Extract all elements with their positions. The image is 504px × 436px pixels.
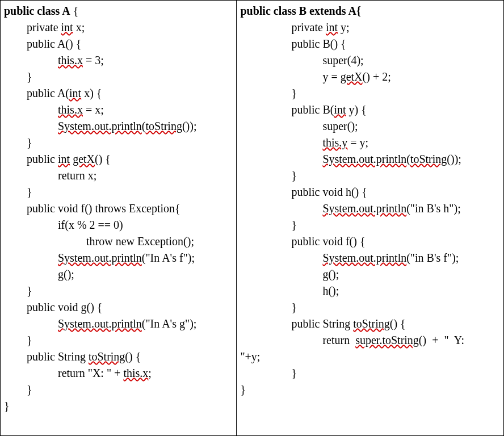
txt: super(); <box>240 120 358 132</box>
txt: if(x % 2 == 0) <box>4 219 123 231</box>
txt: () { <box>95 153 111 165</box>
txt <box>4 251 58 264</box>
code-line: public int getX() { <box>4 151 233 167</box>
code-line: public A() { <box>4 36 233 52</box>
txt: y; <box>338 21 350 33</box>
txt: } <box>240 87 297 99</box>
err-ts: toString <box>145 120 182 132</box>
class-name: B <box>296 5 309 17</box>
code-line: System.out.println("In A's f"); <box>4 250 233 266</box>
err-int: int <box>326 21 338 33</box>
txt <box>4 317 58 330</box>
txt: } <box>4 334 32 346</box>
txt: ("in B's h"); <box>406 202 461 215</box>
txt: private <box>4 21 61 33</box>
txt: public <box>4 153 58 165</box>
txt: throw new Exception(); <box>4 235 194 248</box>
txt: return "X: " + <box>4 367 123 379</box>
err-sop: System.out.println <box>58 120 142 132</box>
txt: public String <box>4 350 89 363</box>
txt <box>240 153 322 165</box>
code-line: super(4); <box>240 52 500 69</box>
txt: ()); <box>182 120 197 132</box>
txt: public void f() { <box>240 235 365 248</box>
code-table: public class A { private int x; public A… <box>0 0 504 436</box>
code-line: } <box>240 85 500 102</box>
code-line: public void f() throws Exception{ <box>4 200 233 217</box>
err-thisx: this.x <box>58 54 83 66</box>
txt: super(4); <box>240 54 363 66</box>
txt: return x; <box>4 169 96 182</box>
code-line: } <box>4 398 233 414</box>
code-line: System.out.println("In A's g"); <box>4 316 233 332</box>
code-line: } <box>240 365 500 382</box>
err-sop: System.out.println <box>322 202 406 215</box>
code-line: } <box>240 299 500 316</box>
code-line: public void g() { <box>4 299 233 316</box>
txt <box>240 251 322 264</box>
code-line: private int x; <box>4 19 233 36</box>
code-line: this.y = y; <box>240 135 500 151</box>
code-line: public B(int y) { <box>240 102 500 118</box>
txt: } <box>4 186 32 198</box>
err-sop: System.out.println <box>58 251 142 264</box>
kw: public class <box>240 5 296 17</box>
txt: public void f() throws Exception{ <box>4 202 180 215</box>
txt: } <box>4 400 10 412</box>
err-ts: toString <box>89 350 125 363</box>
txt: } <box>4 70 32 83</box>
txt <box>4 54 58 66</box>
txt: ()); <box>447 153 461 165</box>
code-line: } <box>240 217 500 233</box>
txt: = x; <box>83 103 104 116</box>
code-line: super(); <box>240 118 500 135</box>
code-line: throw new Exception(); <box>4 233 233 250</box>
code-line: g(); <box>4 266 233 283</box>
txt: } <box>4 383 32 396</box>
code-line: System.out.println(toString()); <box>4 118 233 135</box>
txt: private <box>240 21 326 33</box>
err-getx: getX <box>73 153 95 165</box>
txt: } <box>240 219 297 231</box>
txt: public String <box>240 317 353 330</box>
code-line: public void f() { <box>240 233 500 250</box>
txt: public B() { <box>240 37 346 50</box>
txt: ("in B's f"); <box>406 251 459 264</box>
txt: } <box>240 367 297 379</box>
code-line: } <box>240 167 500 184</box>
err-int: int <box>334 103 346 116</box>
txt: y = <box>240 70 340 83</box>
txt: ; <box>148 367 152 379</box>
txt: public A( <box>4 87 69 99</box>
err-thisx: this.x <box>58 103 83 116</box>
txt: ("In A's f"); <box>142 251 195 264</box>
txt: public void g() { <box>4 301 102 313</box>
txt: () { <box>390 317 406 330</box>
err-sop: System.out.println <box>322 153 406 165</box>
txt: } <box>240 383 246 396</box>
code-line: } <box>4 184 233 200</box>
txt: = y; <box>347 136 368 149</box>
txt <box>4 120 58 132</box>
txt: x) { <box>81 87 102 99</box>
txt: y) { <box>346 103 367 116</box>
txt: "+y; <box>240 350 260 363</box>
err-thisy: this.y <box>322 136 347 149</box>
err-super-ts: super.toString <box>355 334 419 346</box>
code-line: } <box>4 283 233 299</box>
txt: public void h() { <box>240 186 367 198</box>
txt: public B( <box>240 103 334 116</box>
code-line: return x; <box>4 167 233 184</box>
txt <box>240 202 322 215</box>
code-line: public A(int x) { <box>4 85 233 102</box>
txt: ( <box>406 153 410 165</box>
code-line: System.out.println("in B's f"); <box>240 250 500 266</box>
code-line: return super.toString() + " Y: <box>240 332 500 349</box>
txt: x; <box>73 21 85 33</box>
err-int: int <box>58 153 70 165</box>
err-int: int <box>61 21 73 33</box>
txt: } <box>240 301 297 313</box>
code-line: return "X: " + this.x; <box>4 365 233 382</box>
code-line: public B() { <box>240 36 500 52</box>
err-ts: toString <box>410 153 447 165</box>
